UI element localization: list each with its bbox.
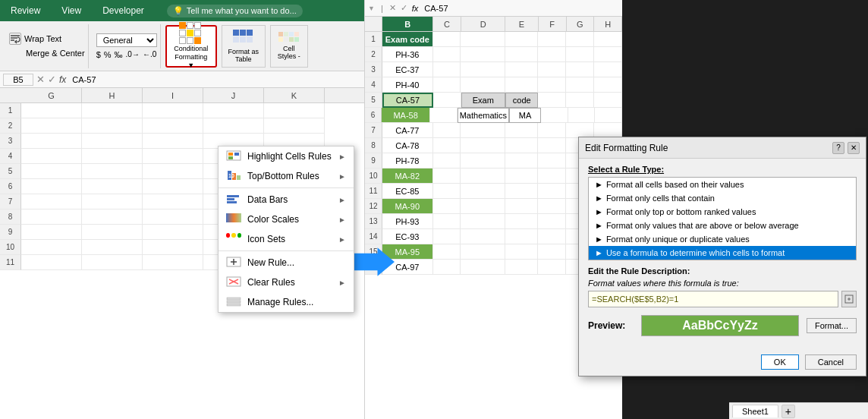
format-table-button[interactable]: Format as Table [222, 25, 266, 68]
tab-developer[interactable]: Developer [98, 2, 149, 19]
grid-cell-g11[interactable] [21, 255, 82, 270]
conditional-formatting-button[interactable]: ConditionalFormatting ▼ [165, 25, 217, 68]
right-cell-b11[interactable]: EC-85 [382, 184, 432, 199]
menu-item-topbottom[interactable]: 10 Top/Bottom Rules ► [219, 166, 354, 186]
grid-cell-h9[interactable] [82, 225, 143, 240]
grid-cell-g4[interactable] [21, 149, 82, 164]
right-cell-e5[interactable]: code [505, 93, 539, 108]
sheet-tab-1[interactable]: Sheet1 [732, 405, 778, 417]
row-num-2: 2 [0, 118, 21, 134]
formula-picker-button[interactable] [841, 291, 857, 307]
grid-cell-i5[interactable] [143, 164, 203, 179]
grid-cell-h10[interactable] [82, 240, 143, 255]
menu-item-newrule[interactable]: New Rule... [219, 253, 354, 273]
cell-styles-button[interactable]: Cell Styles - [270, 25, 308, 68]
right-rownum-1: 1 [365, 32, 382, 47]
grid-cell-h4[interactable] [82, 149, 143, 164]
right-cell-b2[interactable]: PH-36 [382, 47, 432, 62]
right-cell-e6[interactable]: MA [509, 108, 541, 123]
right-cell-h1[interactable] [594, 32, 622, 47]
grid-cell-j1[interactable] [203, 103, 264, 118]
grid-cell-g2[interactable] [21, 118, 82, 134]
grid-cell-i9[interactable] [143, 225, 203, 240]
menu-item-highlight[interactable]: Highlight Cells Rules ► [219, 146, 354, 166]
grid-cell-h3[interactable] [82, 134, 143, 149]
grid-cell-i11[interactable] [143, 255, 203, 270]
right-cell-b8[interactable]: CA-78 [382, 138, 432, 153]
grid-cell-h1[interactable] [82, 103, 143, 118]
svg-marker-23 [349, 247, 395, 276]
grid-cell-g7[interactable] [21, 194, 82, 210]
menu-item-clearrules[interactable]: Clear Rules ► [219, 273, 354, 292]
grid-cell-h8[interactable] [82, 210, 143, 225]
rule-type-5[interactable]: ► Use a formula to determine which cells… [589, 246, 856, 260]
grid-cell-i6[interactable] [143, 179, 203, 194]
right-cell-f1[interactable] [538, 32, 566, 47]
grid-cell-i7[interactable] [143, 194, 203, 210]
grid-cell-j2[interactable] [203, 118, 264, 134]
format-button[interactable]: Format... [807, 318, 857, 333]
right-cell-b14[interactable]: EC-93 [382, 229, 432, 244]
right-cell-c1[interactable] [433, 32, 461, 47]
menu-item-managerules[interactable]: Manage Rules... [219, 292, 354, 312]
number-format-select[interactable]: General [96, 33, 157, 47]
formula-input[interactable] [588, 291, 838, 307]
add-sheet-button[interactable]: + [782, 405, 795, 418]
grid-cell-i1[interactable] [143, 103, 203, 118]
right-cell-b12[interactable]: MA-90 [382, 199, 432, 214]
grid-cell-h11[interactable] [82, 255, 143, 270]
dialog-help-button[interactable]: ? [832, 142, 844, 154]
grid-cell-g1[interactable] [21, 103, 82, 118]
grid-cell-i4[interactable] [143, 149, 203, 164]
grid-cell-h7[interactable] [82, 194, 143, 210]
rule-type-0[interactable]: ► Format all cells based on their values [589, 178, 856, 191]
formula-bar-expand[interactable]: ✕ [36, 74, 45, 85]
tell-me-bar[interactable]: 💡 Tell me what you want to do... [167, 5, 303, 17]
right-cell-b3[interactable]: EC-37 [382, 62, 432, 77]
formula-bar-confirm[interactable]: ✓ [48, 74, 56, 85]
right-cell-b5[interactable]: CA-57 [382, 93, 433, 108]
menu-item-databars[interactable]: Data Bars ► [219, 190, 354, 210]
cancel-button[interactable]: Cancel [805, 354, 857, 370]
right-cell-e1[interactable] [505, 32, 538, 47]
right-cell-b6[interactable]: MA-58 [382, 108, 430, 123]
grid-cell-i3[interactable] [143, 134, 203, 149]
grid-cell-h5[interactable] [82, 164, 143, 179]
grid-cell-g8[interactable] [21, 210, 82, 225]
dialog-close-button[interactable]: ✕ [848, 142, 860, 154]
grid-cell-h6[interactable] [82, 179, 143, 194]
row-num-11: 11 [0, 255, 21, 270]
preview-label: Preview: [588, 320, 634, 331]
grid-cell-i2[interactable] [143, 118, 203, 134]
ok-button[interactable]: OK [761, 354, 799, 370]
right-cell-g1[interactable] [566, 32, 594, 47]
rule-type-3[interactable]: ► Format only values that are above or b… [589, 219, 856, 232]
rule-type-1[interactable]: ► Format only cells that contain [589, 191, 856, 205]
menu-item-iconsets[interactable]: Icon Sets ► [219, 229, 354, 249]
right-cell-b7[interactable]: CA-77 [382, 123, 432, 138]
grid-cell-g3[interactable] [21, 134, 82, 149]
grid-cell-k1[interactable] [264, 103, 325, 118]
grid-cell-g10[interactable] [21, 240, 82, 255]
tab-view[interactable]: View [57, 2, 86, 19]
rule-type-4[interactable]: ► Format only unique or duplicate values [589, 232, 856, 246]
grid-cell-h2[interactable] [82, 118, 143, 134]
menu-item-colorscales[interactable]: Color Scales ► [219, 210, 354, 229]
right-cell-d5[interactable]: Exam [461, 93, 505, 108]
tab-review[interactable]: Review [6, 2, 45, 19]
grid-cell-g5[interactable] [21, 164, 82, 179]
grid-cell-i10[interactable] [143, 240, 203, 255]
right-cell-b4[interactable]: PH-40 [382, 77, 432, 93]
right-cell-b10[interactable]: MA-82 [382, 169, 432, 184]
cell-name-box[interactable]: B5 [3, 74, 33, 86]
right-cell-b9[interactable]: PH-78 [382, 153, 432, 169]
right-cell-d6[interactable]: Mathematics [458, 108, 509, 123]
rule-type-2[interactable]: ► Format only top or bottom ranked value… [589, 205, 856, 219]
grid-cell-k2[interactable] [264, 118, 325, 134]
grid-cell-i8[interactable] [143, 210, 203, 225]
grid-cell-g9[interactable] [21, 225, 82, 240]
right-cell-b1[interactable]: Exam code [382, 32, 432, 47]
right-cell-b13[interactable]: PH-93 [382, 214, 432, 229]
grid-cell-g6[interactable] [21, 179, 82, 194]
right-cell-d1[interactable] [461, 32, 505, 47]
